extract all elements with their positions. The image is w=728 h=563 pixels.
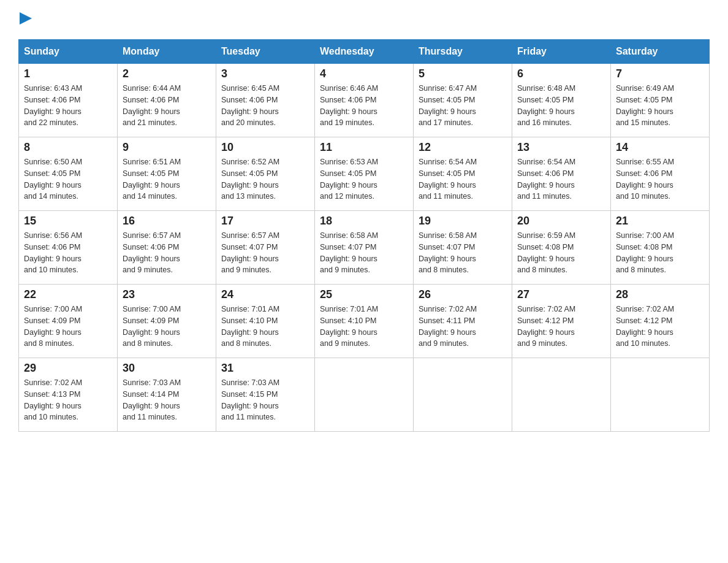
table-row: 4 Sunrise: 6:46 AM Sunset: 4:06 PM Dayli… xyxy=(315,64,414,137)
table-row: 25 Sunrise: 7:01 AM Sunset: 4:10 PM Dayl… xyxy=(315,285,414,358)
table-row: 16 Sunrise: 6:57 AM Sunset: 4:06 PM Dayl… xyxy=(118,211,216,285)
day-info: Sunrise: 6:53 AM Sunset: 4:05 PM Dayligh… xyxy=(320,156,408,202)
table-row: 20 Sunrise: 6:59 AM Sunset: 4:08 PM Dayl… xyxy=(512,211,611,285)
day-info: Sunrise: 7:03 AM Sunset: 4:15 PM Dayligh… xyxy=(221,377,309,423)
day-number: 18 xyxy=(320,215,408,228)
col-wednesday: Wednesday xyxy=(315,40,414,64)
col-tuesday: Tuesday xyxy=(216,40,315,64)
day-number: 17 xyxy=(221,215,309,228)
col-monday: Monday xyxy=(118,40,216,64)
day-number: 13 xyxy=(517,141,605,154)
day-number: 10 xyxy=(221,141,309,154)
table-row: 24 Sunrise: 7:01 AM Sunset: 4:10 PM Dayl… xyxy=(216,285,315,358)
table-row: 21 Sunrise: 7:00 AM Sunset: 4:08 PM Dayl… xyxy=(611,211,710,285)
logo-arrow-icon xyxy=(20,12,32,25)
table-row: 9 Sunrise: 6:51 AM Sunset: 4:05 PM Dayli… xyxy=(118,137,216,211)
table-row xyxy=(611,358,710,432)
col-thursday: Thursday xyxy=(414,40,512,64)
day-number: 19 xyxy=(419,215,507,228)
day-info: Sunrise: 7:00 AM Sunset: 4:09 PM Dayligh… xyxy=(24,304,112,350)
day-info: Sunrise: 7:02 AM Sunset: 4:12 PM Dayligh… xyxy=(616,304,704,350)
day-number: 8 xyxy=(24,141,112,154)
day-info: Sunrise: 7:01 AM Sunset: 4:10 PM Dayligh… xyxy=(320,304,408,350)
day-info: Sunrise: 6:58 AM Sunset: 4:07 PM Dayligh… xyxy=(419,230,507,276)
col-friday: Friday xyxy=(512,40,611,64)
table-row: 13 Sunrise: 6:54 AM Sunset: 4:06 PM Dayl… xyxy=(512,137,611,211)
table-row xyxy=(315,358,414,432)
logo xyxy=(18,12,32,27)
day-header-row: Sunday Monday Tuesday Wednesday Thursday… xyxy=(19,40,710,64)
day-info: Sunrise: 7:00 AM Sunset: 4:09 PM Dayligh… xyxy=(123,304,211,350)
calendar-week-row: 8 Sunrise: 6:50 AM Sunset: 4:05 PM Dayli… xyxy=(19,137,710,211)
calendar-week-row: 1 Sunrise: 6:43 AM Sunset: 4:06 PM Dayli… xyxy=(19,64,710,137)
day-number: 30 xyxy=(123,362,211,375)
table-row: 19 Sunrise: 6:58 AM Sunset: 4:07 PM Dayl… xyxy=(414,211,512,285)
table-row: 10 Sunrise: 6:52 AM Sunset: 4:05 PM Dayl… xyxy=(216,137,315,211)
day-number: 3 xyxy=(221,67,309,80)
calendar-table: Sunday Monday Tuesday Wednesday Thursday… xyxy=(18,39,710,432)
day-info: Sunrise: 6:54 AM Sunset: 4:06 PM Dayligh… xyxy=(517,156,605,202)
day-info: Sunrise: 6:57 AM Sunset: 4:06 PM Dayligh… xyxy=(123,230,211,276)
table-row xyxy=(512,358,611,432)
day-info: Sunrise: 6:52 AM Sunset: 4:05 PM Dayligh… xyxy=(221,156,309,202)
day-number: 4 xyxy=(320,67,408,80)
day-info: Sunrise: 6:47 AM Sunset: 4:05 PM Dayligh… xyxy=(419,83,507,129)
day-number: 28 xyxy=(616,288,704,301)
day-info: Sunrise: 6:58 AM Sunset: 4:07 PM Dayligh… xyxy=(320,230,408,276)
day-number: 29 xyxy=(24,362,112,375)
day-info: Sunrise: 6:57 AM Sunset: 4:07 PM Dayligh… xyxy=(221,230,309,276)
table-row: 31 Sunrise: 7:03 AM Sunset: 4:15 PM Dayl… xyxy=(216,358,315,432)
day-number: 12 xyxy=(419,141,507,154)
col-sunday: Sunday xyxy=(19,40,118,64)
table-row: 12 Sunrise: 6:54 AM Sunset: 4:05 PM Dayl… xyxy=(414,137,512,211)
day-info: Sunrise: 6:49 AM Sunset: 4:05 PM Dayligh… xyxy=(616,83,704,129)
day-number: 5 xyxy=(419,67,507,80)
calendar-week-row: 29 Sunrise: 7:02 AM Sunset: 4:13 PM Dayl… xyxy=(19,358,710,432)
day-number: 25 xyxy=(320,288,408,301)
day-info: Sunrise: 6:50 AM Sunset: 4:05 PM Dayligh… xyxy=(24,156,112,202)
day-number: 26 xyxy=(419,288,507,301)
table-row: 29 Sunrise: 7:02 AM Sunset: 4:13 PM Dayl… xyxy=(19,358,118,432)
table-row: 22 Sunrise: 7:00 AM Sunset: 4:09 PM Dayl… xyxy=(19,285,118,358)
table-row: 2 Sunrise: 6:44 AM Sunset: 4:06 PM Dayli… xyxy=(118,64,216,137)
table-row: 18 Sunrise: 6:58 AM Sunset: 4:07 PM Dayl… xyxy=(315,211,414,285)
day-number: 15 xyxy=(24,215,112,228)
day-info: Sunrise: 6:44 AM Sunset: 4:06 PM Dayligh… xyxy=(123,83,211,129)
day-info: Sunrise: 7:00 AM Sunset: 4:08 PM Dayligh… xyxy=(616,230,704,276)
day-number: 22 xyxy=(24,288,112,301)
day-number: 23 xyxy=(123,288,211,301)
day-number: 16 xyxy=(123,215,211,228)
table-row: 8 Sunrise: 6:50 AM Sunset: 4:05 PM Dayli… xyxy=(19,137,118,211)
day-number: 6 xyxy=(517,67,605,80)
table-row: 5 Sunrise: 6:47 AM Sunset: 4:05 PM Dayli… xyxy=(414,64,512,137)
day-number: 11 xyxy=(320,141,408,154)
day-number: 14 xyxy=(616,141,704,154)
table-row: 17 Sunrise: 6:57 AM Sunset: 4:07 PM Dayl… xyxy=(216,211,315,285)
day-info: Sunrise: 7:03 AM Sunset: 4:14 PM Dayligh… xyxy=(123,377,211,423)
table-row: 28 Sunrise: 7:02 AM Sunset: 4:12 PM Dayl… xyxy=(611,285,710,358)
day-number: 24 xyxy=(221,288,309,301)
table-row: 15 Sunrise: 6:56 AM Sunset: 4:06 PM Dayl… xyxy=(19,211,118,285)
table-row: 30 Sunrise: 7:03 AM Sunset: 4:14 PM Dayl… xyxy=(118,358,216,432)
day-number: 27 xyxy=(517,288,605,301)
calendar-week-row: 22 Sunrise: 7:00 AM Sunset: 4:09 PM Dayl… xyxy=(19,285,710,358)
day-info: Sunrise: 6:51 AM Sunset: 4:05 PM Dayligh… xyxy=(123,156,211,202)
day-number: 1 xyxy=(24,67,112,80)
table-row: 23 Sunrise: 7:00 AM Sunset: 4:09 PM Dayl… xyxy=(118,285,216,358)
svg-marker-0 xyxy=(20,12,32,25)
day-info: Sunrise: 6:46 AM Sunset: 4:06 PM Dayligh… xyxy=(320,83,408,129)
day-number: 7 xyxy=(616,67,704,80)
day-number: 31 xyxy=(221,362,309,375)
day-info: Sunrise: 6:55 AM Sunset: 4:06 PM Dayligh… xyxy=(616,156,704,202)
page-header xyxy=(18,12,710,27)
table-row: 11 Sunrise: 6:53 AM Sunset: 4:05 PM Dayl… xyxy=(315,137,414,211)
day-number: 9 xyxy=(123,141,211,154)
day-info: Sunrise: 6:54 AM Sunset: 4:05 PM Dayligh… xyxy=(419,156,507,202)
day-info: Sunrise: 6:48 AM Sunset: 4:05 PM Dayligh… xyxy=(517,83,605,129)
day-number: 20 xyxy=(517,215,605,228)
day-info: Sunrise: 6:56 AM Sunset: 4:06 PM Dayligh… xyxy=(24,230,112,276)
table-row: 27 Sunrise: 7:02 AM Sunset: 4:12 PM Dayl… xyxy=(512,285,611,358)
table-row: 1 Sunrise: 6:43 AM Sunset: 4:06 PM Dayli… xyxy=(19,64,118,137)
table-row: 3 Sunrise: 6:45 AM Sunset: 4:06 PM Dayli… xyxy=(216,64,315,137)
day-number: 21 xyxy=(616,215,704,228)
